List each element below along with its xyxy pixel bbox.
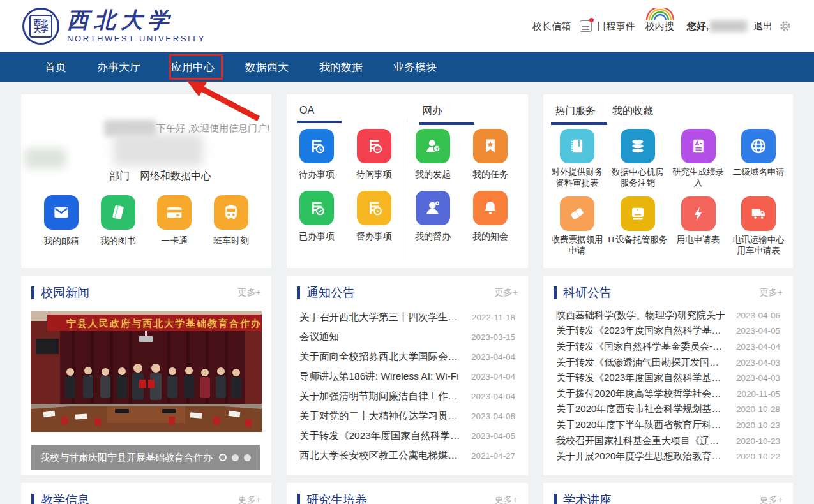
globe-icon xyxy=(741,129,776,163)
doc-a-icon xyxy=(681,129,716,163)
doc-clock-icon xyxy=(299,129,334,163)
research-row[interactable]: 关于开展2020年度学生思想政治教育工作2020-10-22 xyxy=(556,448,780,464)
research-row[interactable]: 关于拨付2020年度高等学校哲学社会科学2020-11-05 xyxy=(556,386,780,402)
notice-row[interactable]: 关于召开西北大学第三十四次学生代表大2022-11-18 xyxy=(299,308,515,327)
service-label: 用电申请表 xyxy=(668,235,728,246)
redacted-user-name xyxy=(710,20,747,32)
notice-row[interactable]: 会议通知2023-03-15 xyxy=(299,327,515,347)
service-grad-grades[interactable]: 研究生成绩录入 xyxy=(668,129,728,189)
person-send-icon xyxy=(416,129,450,163)
shortcut-label: 一卡通 xyxy=(149,235,199,247)
university-name-en: NORTHWEST UNIVERSITY xyxy=(67,34,206,43)
service-transport-vehicle[interactable]: 电讯运输中心用车申请表 xyxy=(728,196,788,256)
research-row[interactable]: 陕西基础科学(数学、物理学)研究院关于2023-04-06 xyxy=(556,308,780,323)
ticket-icon xyxy=(560,196,594,231)
more-link[interactable]: 更多+ xyxy=(238,287,261,299)
news-photo[interactable]: 宁县人民政府与西北大学基础教育合作办学签约 xyxy=(31,311,262,432)
notice-row[interactable]: 关于加强清明节期间廉洁自律工作的通知2023-04-04 xyxy=(299,387,515,406)
nav-item-app-center[interactable]: 应用中心 xyxy=(171,60,215,75)
service-it-hosting[interactable]: IT设备托管服务 xyxy=(608,196,668,256)
notification-dot xyxy=(589,18,594,22)
nav-item-business-modules[interactable]: 业务模块 xyxy=(393,60,437,75)
shortcut-my-books[interactable]: 我的图书 xyxy=(93,195,143,247)
title-accent-bar xyxy=(554,494,557,504)
calendar-icon[interactable] xyxy=(580,20,592,32)
title-accent-bar xyxy=(297,286,300,299)
teaching-info-card: 教学信息 更多+ xyxy=(21,483,271,504)
notice-row[interactable]: 关于面向全校招募西北大学国际会议志愿者2023-04-04 xyxy=(299,347,515,367)
service-label: 电讯运输中心用车申请表 xyxy=(728,235,788,256)
research-row[interactable]: 关于转发《2023年度国家自然科学基金委2023-04-05 xyxy=(556,323,780,339)
bus-icon xyxy=(214,195,248,230)
service-finance-approval[interactable]: 对外提供财务资料审批表 xyxy=(547,129,607,189)
nav-item-data-nwu[interactable]: 数据西大 xyxy=(245,60,289,75)
carousel-caption-text[interactable]: 我校与甘肃庆阳宁县开展基础教育合作办 xyxy=(40,452,213,464)
tab-hot-services[interactable]: 热门服务 xyxy=(555,105,596,125)
notice-row[interactable]: 关于对党的二十大精神传达学习贯彻情况开2023-04-06 xyxy=(299,406,515,426)
title-accent-bar xyxy=(297,494,300,504)
service-electricity-apply[interactable]: 用电申请表 xyxy=(668,196,728,256)
service-subdomain-apply[interactable]: 二级域名申请 xyxy=(728,129,788,189)
oa-item-supervised[interactable]: 督办事项 xyxy=(349,191,399,242)
greeting-prefix: 您好, xyxy=(687,20,709,33)
section-title-notices: 通知公告 xyxy=(306,285,355,301)
news-carousel-caption: 我校与甘肃庆阳宁县开展基础教育合作办 xyxy=(31,445,260,470)
notice-row[interactable]: 西北大学长安校区教工公寓电梯媒体宣传报2021-04-27 xyxy=(299,446,515,466)
net-item-my-supervision[interactable]: 我的督办 xyxy=(408,191,458,242)
campus-search-link[interactable]: 校内搜 xyxy=(645,20,674,33)
tab-my-favorites[interactable]: 我的收藏 xyxy=(612,105,653,125)
rainbow-icon xyxy=(644,8,676,22)
redacted-photo xyxy=(25,148,66,168)
research-row[interactable]: 我校召开国家社科基金重大项目《辽宋西夏2020-10-23 xyxy=(556,433,780,449)
net-item-my-tasks[interactable]: 我的任务 xyxy=(465,129,515,181)
research-row[interactable]: 关于2020年度下半年陕西省教育厅科研计2020-10-23 xyxy=(556,417,780,433)
logout-link[interactable]: 退出 xyxy=(753,20,773,33)
oa-item-done[interactable]: 已办事项 xyxy=(292,191,342,242)
group-title-oa[interactable]: OA xyxy=(299,105,314,123)
research-row[interactable]: 关于转发《国家自然科学基金委员会-可解2023-04-04 xyxy=(556,339,780,355)
university-logo[interactable]: 西北大学 西北大学 NORTHWEST UNIVERSITY xyxy=(22,8,206,45)
oa-card: OA 网办 待办事项 待阅事项 已办事项 xyxy=(287,94,528,268)
principal-mailbox-link[interactable]: 校长信箱 xyxy=(532,20,571,33)
service-label: IT设备托管服务 xyxy=(608,235,668,246)
schedule-events-link[interactable]: 日程事件 xyxy=(597,20,635,33)
notice-row[interactable]: 导师讲坛第186讲: Wireless AI: Wi-Fi2023-04-04 xyxy=(299,367,515,387)
nav-item-home[interactable]: 首页 xyxy=(45,60,66,75)
section-title-graduate: 研究生培养 xyxy=(306,492,367,504)
research-row[interactable]: 关于转发《低渗透油气田勘探开发国家工程2023-04-03 xyxy=(556,355,780,371)
more-link[interactable]: 更多+ xyxy=(495,494,518,504)
carousel-dot-3[interactable] xyxy=(244,454,251,461)
service-label: 对外提供财务资料审批表 xyxy=(547,167,607,189)
shortcut-my-mail[interactable]: 我的邮箱 xyxy=(36,195,86,247)
shortcut-shuttle-times[interactable]: 班车时刻 xyxy=(206,195,256,247)
net-item-my-initiated[interactable]: 我的发起 xyxy=(408,129,458,181)
notebook-icon xyxy=(560,129,594,163)
research-row[interactable]: 关于2020年度西安市社会科学规划基金项2020-10-28 xyxy=(556,402,780,418)
doc-read-icon xyxy=(357,129,391,163)
service-label: 研究生成绩录入 xyxy=(668,167,728,189)
nav-item-service-hall[interactable]: 办事大厅 xyxy=(97,60,140,75)
more-link[interactable]: 更多+ xyxy=(238,494,261,504)
research-row[interactable]: 关于转发《2023年度国家自然科学基金委2023-04-03 xyxy=(556,370,780,386)
university-seal-icon: 西北大学 xyxy=(22,8,59,45)
more-link[interactable]: 更多+ xyxy=(760,287,783,299)
more-link[interactable]: 更多+ xyxy=(760,494,783,504)
laptop-icon xyxy=(621,196,655,231)
person-icon xyxy=(416,191,450,225)
net-item-my-notifications[interactable]: 我的知会 xyxy=(465,191,515,242)
oa-item-todo[interactable]: 待办事项 xyxy=(292,129,342,181)
notice-row[interactable]: 关于转发《2023年度国家自然科学基金委2023-04-05 xyxy=(299,426,515,446)
settings-gear-icon[interactable] xyxy=(779,20,792,33)
service-receipt-apply[interactable]: 收费票据领用申请 xyxy=(547,196,607,256)
oa-item-to-read[interactable]: 待阅事项 xyxy=(349,129,399,181)
carousel-dot-1[interactable] xyxy=(219,454,227,461)
service-label: 收费票据领用申请 xyxy=(547,235,607,256)
more-link[interactable]: 更多+ xyxy=(495,287,518,299)
carousel-dot-2[interactable] xyxy=(232,454,239,461)
group-title-online[interactable]: 网办 xyxy=(422,105,442,125)
net-item-label: 我的任务 xyxy=(465,169,515,181)
shortcut-campus-card[interactable]: 一卡通 xyxy=(149,195,199,247)
nav-item-my-data[interactable]: 我的数据 xyxy=(319,60,363,75)
doc-play-icon xyxy=(357,191,391,225)
service-datacenter-cancel[interactable]: 数据中心机房服务注销 xyxy=(608,129,668,189)
